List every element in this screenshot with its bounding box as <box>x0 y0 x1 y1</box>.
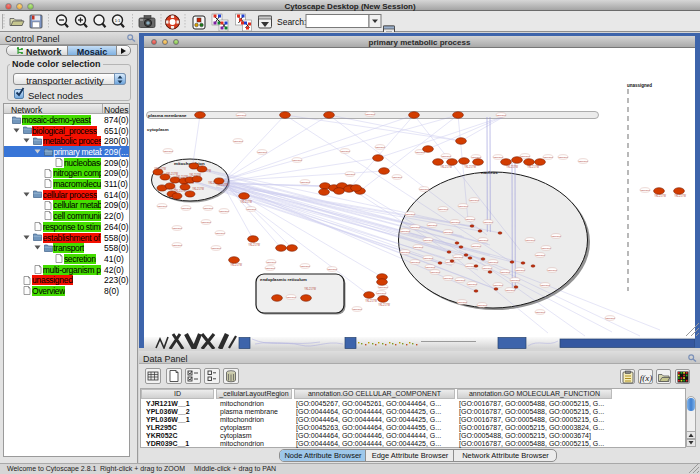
svg-text:YBR037C: YBR037C <box>233 140 243 142</box>
svg-text:nucleus: nucleus <box>481 170 498 175</box>
svg-text:YBR037C: YBR037C <box>500 271 510 273</box>
svg-text:Search:: Search: <box>277 17 306 27</box>
svg-text:YBR037C: YBR037C <box>352 308 362 310</box>
svg-text:YBR037C: YBR037C <box>477 304 487 306</box>
svg-text:YBR037C: YBR037C <box>327 268 337 270</box>
svg-text:YBR037C: YBR037C <box>605 317 615 319</box>
svg-text:YBR037C: YBR037C <box>515 269 525 271</box>
svg-text:YBR037C: YBR037C <box>340 150 350 152</box>
svg-text:YBR037C: YBR037C <box>465 265 475 267</box>
svg-text:YBR037C: YBR037C <box>458 205 468 207</box>
svg-text:YBR037C: YBR037C <box>578 160 588 162</box>
svg-text:YBR037C: YBR037C <box>465 218 475 220</box>
svg-text:YKL217W: YKL217W <box>192 187 204 191</box>
svg-text:YBR037C: YBR037C <box>423 257 433 259</box>
svg-text:YBR037C: YBR037C <box>496 114 506 116</box>
svg-text:YBR037C: YBR037C <box>640 189 650 191</box>
svg-text:YBR037C: YBR037C <box>172 244 182 246</box>
svg-text:YKL217W: YKL217W <box>230 263 242 267</box>
svg-text:YBR037C: YBR037C <box>438 208 448 210</box>
svg-text:YBR037C: YBR037C <box>246 208 256 210</box>
svg-text:YBR037C: YBR037C <box>172 227 182 229</box>
svg-text:YBR037C: YBR037C <box>558 156 568 158</box>
svg-text:YKL217W: YKL217W <box>248 243 260 247</box>
svg-text:YBR037C: YBR037C <box>471 245 481 247</box>
svg-text:YBR037C: YBR037C <box>365 113 375 115</box>
svg-text:YKL217W: YKL217W <box>365 299 377 303</box>
svg-text:YBR037C: YBR037C <box>535 311 545 313</box>
svg-text:YBR037C: YBR037C <box>300 181 310 183</box>
svg-text:YBR037C: YBR037C <box>505 289 515 291</box>
svg-text:YBR037C: YBR037C <box>211 247 221 249</box>
svg-text:YKL217W: YKL217W <box>674 194 686 198</box>
svg-text:YBR037C: YBR037C <box>520 155 530 157</box>
svg-text:YBR037C: YBR037C <box>525 239 535 241</box>
svg-text:YBR037C: YBR037C <box>469 199 479 201</box>
svg-text:YBR037C: YBR037C <box>405 213 415 215</box>
svg-text:YBR037C: YBR037C <box>443 277 453 279</box>
svg-text:YBR037C: YBR037C <box>215 232 225 234</box>
svg-text:YBR037C: YBR037C <box>510 279 520 281</box>
svg-text:YBR037C: YBR037C <box>478 239 488 241</box>
svg-text:YBR037C: YBR037C <box>257 151 267 153</box>
svg-text:YBR037C: YBR037C <box>181 207 191 209</box>
svg-text:YBR037C: YBR037C <box>163 150 173 152</box>
svg-text:YBR037C: YBR037C <box>286 296 296 298</box>
svg-text:YKL217W: YKL217W <box>240 200 252 204</box>
svg-text:YBR037C: YBR037C <box>443 231 453 233</box>
svg-text:YBR037C: YBR037C <box>375 146 385 148</box>
svg-text:YBR037C: YBR037C <box>425 266 435 268</box>
svg-text:1:1: 1:1 <box>115 18 121 23</box>
svg-text:unassigned: unassigned <box>627 83 652 88</box>
svg-text:YBR037C: YBR037C <box>201 221 211 223</box>
svg-text:YKL217W: YKL217W <box>527 165 539 169</box>
svg-text:YBR037C: YBR037C <box>483 221 493 223</box>
svg-text:YBR037C: YBR037C <box>378 286 388 288</box>
svg-text:YBR037C: YBR037C <box>410 261 420 263</box>
svg-text:YKL217W: YKL217W <box>304 287 316 291</box>
svg-text:YBR037C: YBR037C <box>453 256 463 258</box>
svg-text:YBR037C: YBR037C <box>547 269 557 271</box>
svg-text:plasma membrane: plasma membrane <box>148 113 187 118</box>
svg-text:YBR037C: YBR037C <box>266 261 276 263</box>
svg-text:YBR037C: YBR037C <box>457 301 467 303</box>
svg-text:YBR037C: YBR037C <box>430 271 440 273</box>
svg-text:endoplasmic reticulum: endoplasmic reticulum <box>260 277 307 282</box>
svg-text:YBR037C: YBR037C <box>203 207 213 209</box>
svg-text:YBR037C: YBR037C <box>455 279 465 281</box>
svg-text:YBR037C: YBR037C <box>551 235 561 237</box>
svg-text:YBR037C: YBR037C <box>400 251 410 253</box>
svg-text:YBR037C: YBR037C <box>413 246 423 248</box>
svg-text:YBR037C: YBR037C <box>441 155 451 157</box>
svg-text:YBR037C: YBR037C <box>219 210 229 212</box>
svg-text:YBR037C: YBR037C <box>345 173 355 175</box>
svg-text:YBR037C: YBR037C <box>482 267 492 269</box>
svg-text:f(x): f(x) <box>639 372 652 382</box>
svg-text:YKL217W: YKL217W <box>440 165 452 169</box>
svg-text:YBR037C: YBR037C <box>292 159 302 161</box>
svg-text:YBR037C: YBR037C <box>535 254 545 256</box>
svg-text:YKL217W: YKL217W <box>506 165 518 169</box>
svg-text:YBR037C: YBR037C <box>493 284 503 286</box>
svg-text:YKL217W: YKL217W <box>464 165 476 169</box>
svg-text:YBR037C: YBR037C <box>419 188 429 190</box>
svg-text:YBR037C: YBR037C <box>265 267 275 269</box>
svg-text:YBR037C: YBR037C <box>236 114 246 116</box>
svg-text:cytoplasm: cytoplasm <box>147 127 169 132</box>
svg-text:YBR037C: YBR037C <box>488 261 498 263</box>
svg-text:YBR037C: YBR037C <box>376 292 386 294</box>
svg-text:YBR037C: YBR037C <box>541 247 551 249</box>
svg-text:YKL217W: YKL217W <box>654 194 666 198</box>
svg-text:YBR037C: YBR037C <box>423 239 433 241</box>
svg-text:YBR037C: YBR037C <box>427 224 437 226</box>
svg-text:YBR037C: YBR037C <box>471 156 481 158</box>
svg-text:YBR037C: YBR037C <box>400 230 410 232</box>
svg-text:YBR037C: YBR037C <box>410 226 420 228</box>
svg-text:YBR037C: YBR037C <box>493 156 503 158</box>
svg-text:YBR037C: YBR037C <box>392 176 402 178</box>
svg-text:YBR037C: YBR037C <box>543 156 553 158</box>
svg-text:YBR037C: YBR037C <box>467 283 477 285</box>
svg-text:YBR037C: YBR037C <box>540 284 550 286</box>
svg-text:YBR037C: YBR037C <box>300 265 310 267</box>
svg-text:YKL217W: YKL217W <box>378 303 390 307</box>
